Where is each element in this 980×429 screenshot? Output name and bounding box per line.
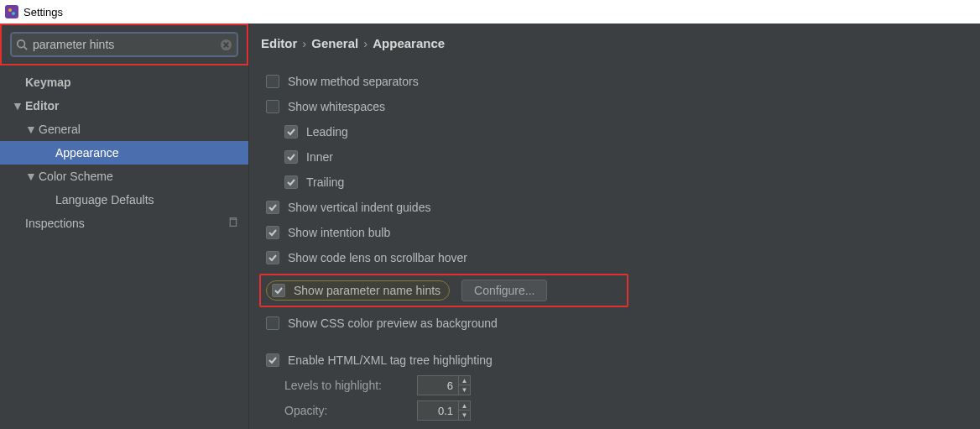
field-levels: Levels to highlight: 6 ▲▼: [266, 373, 980, 398]
sidebar-item-general[interactable]: ▼ General: [0, 118, 248, 141]
sidebar-item-editor[interactable]: ▼ Editor: [0, 94, 248, 118]
svg-point-2: [12, 12, 15, 15]
chevron-down-icon: ▼: [25, 123, 37, 136]
clear-search-icon[interactable]: [220, 39, 232, 51]
copy-icon[interactable]: [227, 217, 238, 230]
option-intention-bulb[interactable]: Show intention bulb: [266, 220, 980, 245]
option-inner[interactable]: Inner: [266, 144, 980, 170]
stepper-buttons[interactable]: ▲▼: [458, 376, 470, 395]
checkbox-icon[interactable]: [272, 284, 285, 297]
breadcrumb-part: Editor: [261, 36, 297, 50]
search-input[interactable]: [33, 38, 220, 51]
option-leading[interactable]: Leading: [266, 119, 980, 144]
sidebar-item-language-defaults[interactable]: Language Defaults: [0, 188, 248, 212]
checkbox-icon[interactable]: [266, 100, 279, 113]
sidebar-item-inspections[interactable]: Inspections: [0, 212, 248, 235]
option-code-lens[interactable]: Show code lens on scrollbar hover: [266, 245, 980, 270]
settings-tree: Keymap ▼ Editor ▼ General Appearance ▼ C…: [0, 65, 248, 235]
breadcrumb-separator: ›: [363, 36, 368, 50]
breadcrumb-part: Appearance: [373, 36, 445, 50]
search-field[interactable]: [10, 32, 238, 57]
checkbox-icon[interactable]: [266, 317, 279, 330]
svg-rect-6: [230, 219, 236, 226]
step-up-icon[interactable]: ▲: [459, 401, 470, 411]
option-param-hints[interactable]: Show parameter name hints: [266, 280, 450, 301]
breadcrumb-part: General: [311, 36, 358, 50]
search-icon: [16, 39, 28, 50]
option-param-hints-highlight: Show parameter name hints Configure...: [259, 274, 628, 307]
checkbox-icon[interactable]: [266, 75, 279, 88]
titlebar: Settings: [0, 0, 980, 24]
options-panel: Show method separators Show whitespaces …: [249, 62, 980, 423]
svg-point-3: [18, 40, 25, 48]
levels-stepper[interactable]: 6 ▲▼: [417, 375, 471, 395]
breadcrumb: Editor › General › Appearance: [249, 24, 980, 62]
step-down-icon[interactable]: ▼: [459, 385, 470, 395]
app-icon: [5, 5, 18, 18]
settings-content: Editor › General › Appearance Show metho…: [249, 24, 980, 429]
configure-button[interactable]: Configure...: [461, 280, 547, 301]
stepper-buttons[interactable]: ▲▼: [458, 401, 470, 420]
field-opacity: Opacity: 0.1 ▲▼: [266, 398, 980, 423]
checkbox-icon[interactable]: [284, 150, 298, 164]
checkbox-icon[interactable]: [284, 175, 298, 189]
opacity-stepper[interactable]: 0.1 ▲▼: [417, 400, 471, 421]
option-whitespaces[interactable]: Show whitespaces: [266, 94, 980, 119]
search-highlight-box: [0, 24, 248, 65]
sidebar-item-keymap[interactable]: Keymap: [0, 71, 248, 94]
checkbox-icon[interactable]: [266, 251, 279, 264]
chevron-down-icon: ▼: [12, 99, 23, 112]
option-css-preview[interactable]: Show CSS color preview as background: [266, 311, 980, 336]
svg-rect-0: [5, 5, 18, 18]
chevron-down-icon: ▼: [25, 170, 37, 183]
step-down-icon[interactable]: ▼: [459, 411, 470, 420]
window-title: Settings: [23, 6, 63, 18]
checkbox-icon[interactable]: [266, 353, 279, 367]
checkbox-icon[interactable]: [266, 201, 279, 214]
checkbox-icon[interactable]: [266, 226, 279, 239]
svg-line-4: [24, 47, 28, 50]
option-method-separators[interactable]: Show method separators: [266, 69, 980, 94]
step-up-icon[interactable]: ▲: [459, 376, 470, 385]
checkbox-icon[interactable]: [284, 125, 298, 139]
svg-point-1: [8, 8, 12, 12]
settings-sidebar: Keymap ▼ Editor ▼ General Appearance ▼ C…: [0, 24, 248, 429]
option-trailing[interactable]: Trailing: [266, 170, 980, 195]
sidebar-item-appearance[interactable]: Appearance: [0, 141, 248, 165]
option-vertical-guides[interactable]: Show vertical indent guides: [266, 195, 980, 220]
breadcrumb-separator: ›: [302, 36, 306, 50]
option-html-tree[interactable]: Enable HTML/XML tag tree highlighting: [266, 348, 980, 373]
sidebar-item-color-scheme[interactable]: ▼ Color Scheme: [0, 165, 248, 188]
